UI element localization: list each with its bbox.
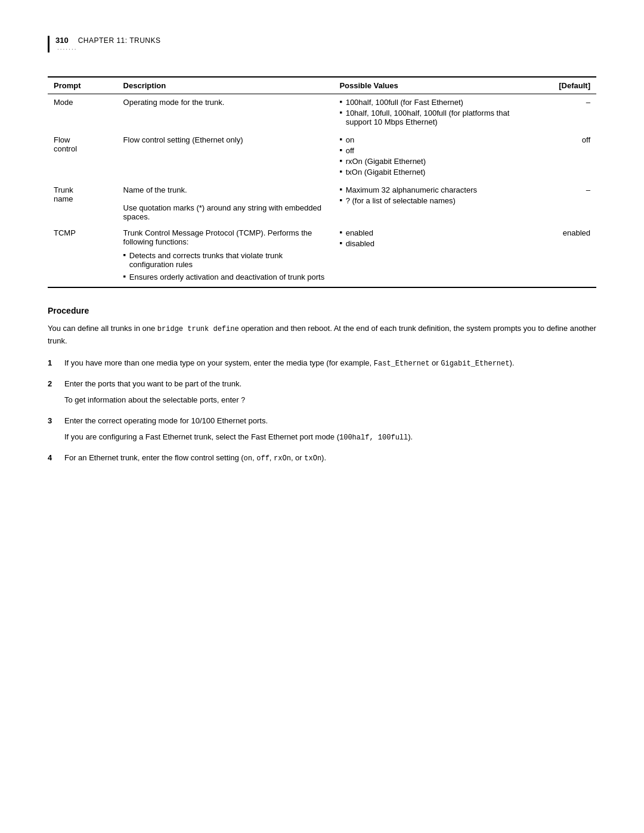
list-item: rxOn (Gigabit Ethernet) bbox=[339, 157, 528, 166]
chapter-title: Chapter 11: Trunks bbox=[78, 36, 161, 45]
col-header-values: Possible Values bbox=[333, 77, 534, 94]
table-row: TCMP Trunk Control Message Protocol (TCM… bbox=[48, 225, 596, 287]
inline-code: off bbox=[256, 454, 270, 463]
step-3: 3 Enter the correct operating mode for 1… bbox=[48, 415, 596, 444]
row-default-trunk-name: – bbox=[534, 182, 596, 225]
procedure-intro: You can define all trunks in one bridge … bbox=[48, 323, 596, 348]
page: 310 Chapter 11: Trunks ······· Prompt De… bbox=[0, 0, 644, 833]
row-desc-trunk-name: Name of the trunk. Use quotation marks (… bbox=[117, 182, 334, 225]
step-4: 4 For an Ethernet trunk, enter the flow … bbox=[48, 452, 596, 465]
inline-code: ? bbox=[241, 397, 245, 405]
inline-code: bridge trunk define bbox=[157, 325, 239, 333]
step-sub-3: If you are configuring a Fast Ethernet t… bbox=[64, 431, 596, 444]
row-desc-flow: Flow control setting (Ethernet only) bbox=[117, 132, 334, 182]
table-row: Flowcontrol Flow control setting (Ethern… bbox=[48, 132, 596, 182]
row-values-tcmp: enabled disabled bbox=[333, 225, 534, 287]
step-content-1: If you have more than one media type on … bbox=[64, 357, 596, 370]
procedure-section: Procedure You can define all trunks in o… bbox=[48, 306, 596, 465]
step-content-2: Enter the ports that you want to be part… bbox=[64, 378, 596, 407]
list-item: Detects and corrects trunks that violate… bbox=[123, 251, 328, 269]
row-default-flow: off bbox=[534, 132, 596, 182]
row-prompt-trunk-name: Trunkname bbox=[48, 182, 117, 225]
inline-code: Fast_Ethernet bbox=[374, 360, 430, 368]
col-header-description: Description bbox=[117, 77, 334, 94]
table-row: Trunkname Name of the trunk. Use quotati… bbox=[48, 182, 596, 225]
step-number-4: 4 bbox=[48, 452, 64, 465]
inline-code: txOn bbox=[304, 454, 321, 463]
row-prompt-mode: Mode bbox=[48, 94, 117, 132]
page-header: 310 Chapter 11: Trunks ······· bbox=[48, 36, 596, 52]
list-item: off bbox=[339, 146, 528, 155]
row-values-mode: 100half, 100full (for Fast Ethernet) 10h… bbox=[333, 94, 534, 132]
row-desc-mode: Operating mode for the trunk. bbox=[117, 94, 334, 132]
step-number-2: 2 bbox=[48, 378, 64, 391]
step-content-4: For an Ethernet trunk, enter the flow co… bbox=[64, 452, 596, 465]
list-item: on bbox=[339, 135, 528, 144]
dots-decoration: ······· bbox=[55, 46, 161, 52]
page-number: 310 bbox=[55, 36, 69, 45]
list-item: enabled bbox=[339, 228, 528, 237]
row-prompt-tcmp: TCMP bbox=[48, 225, 117, 287]
inline-code: rxOn bbox=[274, 454, 291, 463]
step-content-3: Enter the correct operating mode for 10/… bbox=[64, 415, 596, 444]
inline-code: on bbox=[244, 454, 252, 463]
step-2: 2 Enter the ports that you want to be pa… bbox=[48, 378, 596, 407]
list-item: Maximum 32 alphanumeric characters bbox=[339, 185, 528, 194]
steps-list: 1 If you have more than one media type o… bbox=[48, 357, 596, 465]
list-item: txOn (Gigabit Ethernet) bbox=[339, 168, 528, 176]
step-number-1: 1 bbox=[48, 357, 64, 370]
inline-code: Gigabit_Ethernet bbox=[441, 360, 509, 368]
list-item: ? (for a list of selectable names) bbox=[339, 196, 528, 205]
step-sub-2: To get information about the selectable … bbox=[64, 394, 596, 407]
row-values-flow: on off rxOn (Gigabit Ethernet) txOn (Gig… bbox=[333, 132, 534, 182]
parameters-table: Prompt Description Possible Values [Defa… bbox=[48, 76, 596, 288]
col-header-default: [Default] bbox=[534, 77, 596, 94]
procedure-title: Procedure bbox=[48, 306, 596, 315]
col-header-prompt: Prompt bbox=[48, 77, 117, 94]
table-row: Mode Operating mode for the trunk. 100ha… bbox=[48, 94, 596, 132]
step-1: 1 If you have more than one media type o… bbox=[48, 357, 596, 370]
list-item: 10half, 10full, 100half, 100full (for pl… bbox=[339, 109, 528, 126]
row-values-trunk-name: Maximum 32 alphanumeric characters ? (fo… bbox=[333, 182, 534, 225]
list-item: 100half, 100full (for Fast Ethernet) bbox=[339, 98, 528, 107]
row-default-tcmp: enabled bbox=[534, 225, 596, 287]
list-item: disabled bbox=[339, 239, 528, 248]
list-item: Ensures orderly activation and deactivat… bbox=[123, 272, 328, 281]
step-number-3: 3 bbox=[48, 415, 64, 428]
row-desc-tcmp: Trunk Control Message Protocol (TCMP). P… bbox=[117, 225, 334, 287]
inline-code: 100half, 100full bbox=[339, 433, 408, 442]
row-prompt-flow: Flowcontrol bbox=[48, 132, 117, 182]
row-default-mode: – bbox=[534, 94, 596, 132]
